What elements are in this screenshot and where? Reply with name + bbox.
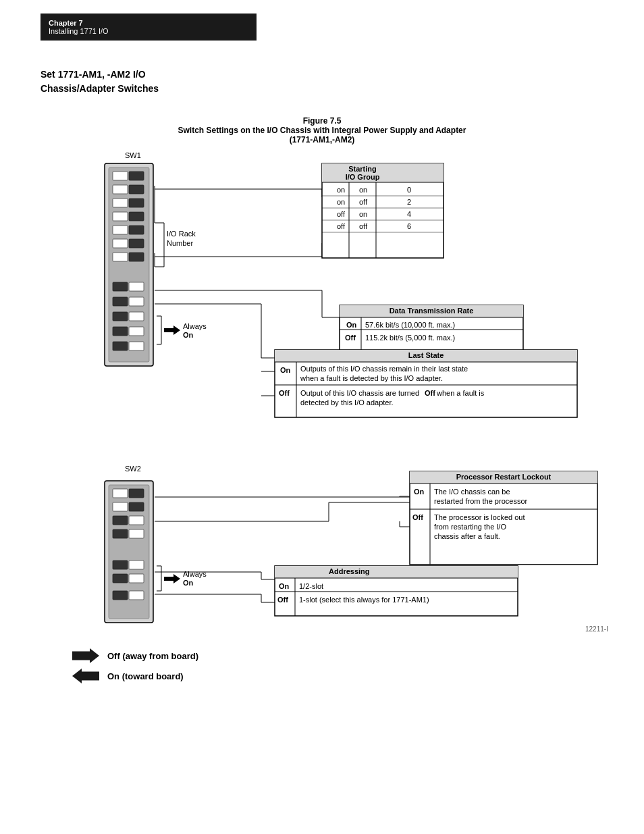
figure-number: Figure 7.5 [32, 116, 612, 126]
svg-rect-5 [129, 185, 144, 194]
svg-text:Off: Off [412, 513, 423, 521]
svg-rect-24 [113, 342, 128, 350]
svg-rect-11 [129, 226, 144, 234]
svg-text:on: on [359, 186, 367, 194]
svg-text:2: 2 [407, 198, 411, 206]
page: Chapter 7 Installing 1771 I/O Set 1771-A… [0, 14, 644, 834]
figure-desc1: Switch Settings on the I/O Chassis with … [32, 126, 612, 135]
diagram-svg: SW1 [32, 149, 612, 635]
svg-text:when a fault is detected by th: when a fault is detected by this I/O ada… [300, 374, 443, 382]
svg-rect-101 [113, 489, 128, 498]
svg-text:on: on [337, 186, 345, 194]
svg-rect-103 [113, 502, 128, 511]
legend-item-off: Off (away from board) [72, 648, 612, 663]
svg-rect-19 [129, 297, 144, 306]
svg-text:The I/O chassis can be: The I/O chassis can be [434, 488, 510, 496]
svg-marker-118 [164, 574, 180, 583]
svg-rect-10 [113, 226, 128, 234]
svg-text:12211-I: 12211-I [585, 625, 608, 633]
svg-text:SW2: SW2 [125, 465, 141, 473]
svg-text:On: On [183, 579, 194, 587]
svg-rect-18 [113, 297, 128, 306]
svg-text:when a fault is: when a fault is [436, 389, 485, 397]
svg-text:On: On [414, 488, 425, 496]
section-title-line1: Set 1771-AM1, -AM2 I/O [41, 68, 644, 82]
svg-rect-105 [113, 516, 128, 525]
header-bar: Chapter 7 Installing 1771 I/O [41, 14, 257, 41]
svg-rect-13 [129, 239, 144, 248]
svg-rect-113 [113, 591, 128, 600]
svg-text:Last State: Last State [408, 351, 444, 359]
svg-rect-20 [113, 312, 128, 321]
section-title-line2: Chassis/Adapter Switches [41, 82, 644, 96]
svg-text:On: On [280, 366, 291, 374]
svg-rect-23 [129, 327, 144, 336]
svg-rect-38 [322, 163, 444, 182]
svg-rect-106 [129, 516, 144, 525]
svg-rect-25 [129, 342, 144, 350]
svg-text:from restarting the I/O: from restarting the I/O [434, 523, 506, 531]
svg-rect-112 [129, 574, 144, 583]
svg-rect-12 [113, 239, 128, 248]
svg-rect-7 [129, 199, 144, 207]
svg-rect-14 [113, 253, 128, 261]
svg-rect-104 [129, 502, 144, 511]
svg-text:Starting: Starting [348, 165, 377, 173]
svg-text:Data Transmission Rate: Data Transmission Rate [390, 307, 474, 315]
svg-rect-110 [129, 561, 144, 569]
svg-text:on: on [359, 210, 367, 218]
svg-text:57.6k bit/s (10,000 ft. max.): 57.6k bit/s (10,000 ft. max.) [365, 321, 455, 329]
svg-rect-114 [129, 591, 144, 600]
svg-text:detected by this I/O adapter.: detected by this I/O adapter. [300, 398, 394, 407]
svg-text:On: On [346, 321, 357, 329]
arrow-right-icon [72, 648, 99, 663]
svg-rect-2 [113, 172, 128, 180]
svg-text:Off: Off [277, 596, 288, 604]
svg-text:off: off [359, 198, 368, 206]
figure-container: Figure 7.5 Switch Settings on the I/O Ch… [32, 116, 612, 683]
svg-text:I/O Rack: I/O Rack [167, 230, 196, 238]
svg-text:off: off [337, 222, 346, 230]
svg-text:The processor is locked out: The processor is locked out [434, 513, 525, 521]
svg-rect-21 [129, 312, 144, 321]
svg-text:6: 6 [407, 222, 411, 230]
figure-caption: Figure 7.5 Switch Settings on the I/O Ch… [32, 116, 612, 145]
legend-area: Off (away from board) On (toward board) [72, 648, 612, 683]
figure-desc2: (1771-AM1,-AM2) [32, 135, 612, 145]
svg-rect-16 [113, 282, 128, 291]
svg-rect-4 [113, 185, 128, 194]
svg-text:off: off [359, 222, 368, 230]
svg-text:1-slot (select this always for: 1-slot (select this always for 1771-AM1) [299, 596, 429, 604]
section-title: Set 1771-AM1, -AM2 I/O Chassis/Adapter S… [41, 68, 644, 96]
svg-text:4: 4 [407, 210, 411, 218]
svg-rect-109 [113, 561, 128, 569]
svg-text:Outputs of this I/O chassis re: Outputs of this I/O chassis remain in th… [300, 365, 468, 373]
svg-text:chassis after a fault.: chassis after a fault. [434, 532, 500, 540]
svg-rect-107 [113, 529, 128, 538]
sw1-label: SW1 [125, 151, 141, 159]
svg-text:On: On [183, 331, 194, 339]
svg-marker-93 [164, 325, 180, 335]
legend-item-on: On (toward board) [72, 669, 612, 683]
svg-rect-111 [113, 574, 128, 583]
svg-rect-15 [129, 253, 144, 261]
legend-on-label: On (toward board) [107, 671, 184, 681]
svg-text:I/O Group: I/O Group [346, 173, 380, 181]
svg-text:Off: Off [425, 389, 435, 397]
svg-text:115.2k bit/s (5,000 ft. max.): 115.2k bit/s (5,000 ft. max.) [365, 334, 455, 342]
svg-text:off: off [337, 210, 346, 218]
svg-text:Off: Off [279, 389, 290, 397]
svg-text:Processor Restart Lockout: Processor Restart Lockout [456, 473, 552, 481]
svg-rect-6 [113, 199, 128, 207]
chapter-subtitle: Installing 1771 I/O [49, 27, 248, 35]
svg-text:On: On [279, 582, 290, 590]
svg-text:Off: Off [345, 334, 356, 342]
svg-text:Number: Number [167, 239, 193, 247]
svg-text:Addressing: Addressing [329, 567, 370, 575]
svg-rect-149 [275, 566, 518, 578]
svg-text:1/2-slot: 1/2-slot [299, 582, 323, 590]
arrow-left-icon [72, 669, 99, 683]
svg-text:on: on [337, 198, 345, 206]
svg-rect-17 [129, 282, 144, 291]
svg-rect-8 [113, 212, 128, 221]
